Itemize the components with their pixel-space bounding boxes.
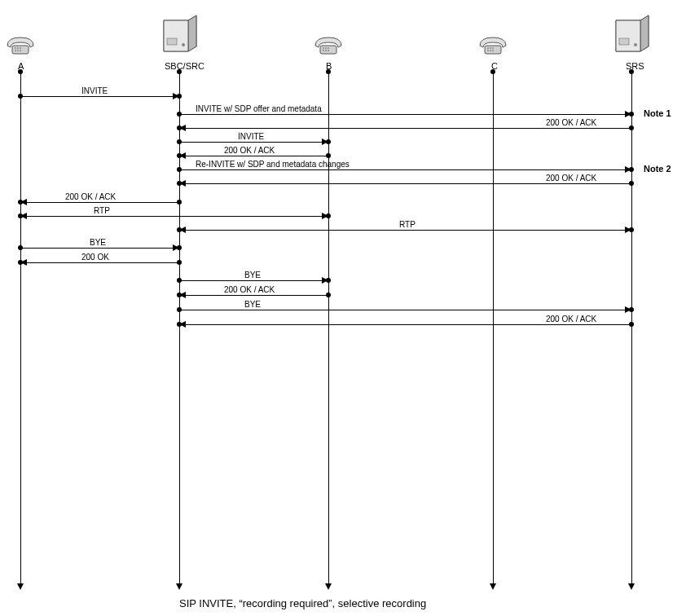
svg-point-14: [325, 50, 327, 51]
arrow-down-icon: [17, 583, 24, 590]
dot-icon: [18, 69, 23, 74]
message-arrow: [186, 230, 625, 231]
message-arrow: [20, 248, 173, 249]
msg-200ok-byesrs: 200 OK / ACK: [546, 315, 596, 323]
message-arrow: [186, 324, 631, 325]
lifeline-c: [493, 72, 494, 583]
msg-200ok: 200 OK / ACK: [546, 118, 596, 127]
lifeline-srs: [631, 72, 632, 583]
svg-point-6: [20, 50, 21, 51]
dot-icon: [326, 278, 331, 283]
svg-point-12: [328, 47, 329, 49]
msg-200ok-a: 200 OK / ACK: [65, 192, 116, 201]
note-2: Note 2: [644, 164, 671, 174]
actor-srs-label: SRS: [626, 61, 644, 71]
svg-point-24: [634, 43, 637, 46]
phone-icon: [4, 26, 37, 57]
dot-icon: [326, 69, 331, 74]
svg-point-22: [492, 50, 494, 51]
message-arrow: [179, 142, 322, 143]
svg-point-8: [182, 43, 185, 46]
msg-invite-b: INVITE: [238, 132, 264, 141]
arrow-down-icon: [628, 583, 635, 590]
dot-icon: [18, 260, 23, 265]
dot-icon: [177, 153, 182, 158]
arrow-down-icon: [490, 583, 496, 590]
message-arrow: [186, 183, 631, 184]
svg-point-15: [328, 50, 329, 51]
msg-200ok-b: 200 OK / ACK: [224, 146, 275, 155]
msg-bye-srs: BYE: [244, 300, 261, 309]
phone-icon: [312, 26, 345, 57]
message-arrow: [27, 202, 179, 203]
dot-icon: [177, 322, 182, 327]
svg-point-1: [15, 47, 16, 49]
svg-rect-23: [619, 38, 629, 45]
svg-point-21: [490, 50, 491, 51]
dot-icon: [629, 69, 634, 74]
dot-icon: [177, 181, 182, 186]
msg-200ok-byeb: 200 OK / ACK: [224, 285, 275, 294]
msg-reinvite: Re-INVITE w/ SDP and metadata changes: [196, 160, 350, 169]
message-arrow: [20, 96, 173, 97]
svg-point-18: [490, 47, 491, 49]
message-arrow: [179, 114, 625, 115]
actor-sbc-label: SBC/SRC: [165, 61, 204, 71]
svg-point-11: [325, 47, 327, 49]
lifeline-a: [20, 72, 21, 583]
msg-200ok-2: 200 OK / ACK: [546, 174, 596, 183]
diagram-caption: SIP INVITE, “recording required”, select…: [179, 597, 426, 609]
msg-invite: INVITE: [81, 86, 108, 95]
sequence-diagram: A SBC/SRC B C: [0, 0, 686, 616]
dot-icon: [177, 94, 182, 99]
svg-point-13: [323, 50, 324, 51]
dot-icon: [177, 125, 182, 130]
message-arrow: [179, 280, 322, 281]
note-1: Note 1: [644, 108, 671, 118]
lifeline-b: [328, 72, 329, 583]
msg-invite-sdp: INVITE w/ SDP offer and metadata: [196, 104, 322, 113]
arrow-down-icon: [176, 583, 182, 590]
server-icon: [613, 12, 652, 56]
dot-icon: [326, 213, 331, 218]
phone-icon: [477, 26, 509, 57]
svg-point-4: [15, 50, 16, 51]
svg-rect-16: [485, 46, 501, 54]
server-icon: [161, 12, 200, 56]
dot-icon: [629, 167, 634, 172]
dot-icon: [490, 69, 495, 74]
message-arrow: [186, 128, 631, 129]
dot-icon: [177, 245, 182, 250]
arrow-down-icon: [325, 583, 332, 590]
svg-point-20: [487, 50, 489, 51]
svg-rect-9: [320, 46, 336, 54]
arrow-left-icon: [179, 227, 186, 233]
svg-point-3: [20, 47, 21, 49]
svg-rect-0: [12, 46, 29, 54]
message-arrow: [27, 216, 322, 217]
dot-icon: [629, 112, 634, 117]
message-arrow: [27, 262, 179, 263]
svg-point-19: [492, 47, 494, 49]
msg-200ok-bye: 200 OK: [81, 253, 109, 262]
svg-point-5: [17, 50, 19, 51]
msg-bye-a: BYE: [90, 238, 106, 247]
dot-icon: [629, 227, 634, 232]
message-arrow: [179, 310, 625, 310]
message-arrow: [179, 169, 625, 170]
dot-icon: [18, 200, 23, 205]
msg-rtp: RTP: [94, 206, 110, 215]
message-arrow: [186, 156, 328, 156]
dot-icon: [326, 139, 331, 144]
msg-rtp-srs: RTP: [399, 220, 416, 229]
dot-icon: [177, 293, 182, 297]
dot-icon: [629, 307, 634, 312]
msg-bye-b: BYE: [244, 271, 261, 279]
svg-point-10: [323, 47, 324, 49]
svg-rect-7: [167, 38, 177, 45]
message-arrow: [186, 295, 328, 296]
dot-icon: [177, 69, 182, 74]
svg-point-17: [487, 47, 489, 49]
arrow-left-icon: [20, 213, 27, 219]
lifeline-sbc: [179, 72, 180, 583]
